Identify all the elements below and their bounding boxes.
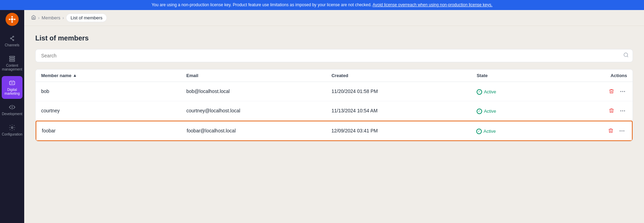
members-table: Member name ▲ Email Created State Action… [35, 69, 633, 141]
col-email: Email [186, 73, 332, 78]
table-row: bob bob@localhost.local 11/20/2024 01:58… [36, 82, 633, 101]
state-cell: Active [476, 128, 585, 134]
svg-point-17 [624, 53, 628, 57]
search-input[interactable] [35, 49, 633, 62]
col-member-name[interactable]: Member name ▲ [41, 73, 186, 78]
svg-point-7 [13, 39, 14, 40]
search-icon [623, 52, 629, 59]
more-options-button[interactable]: ⋯ [618, 126, 626, 136]
banner-link[interactable]: Avoid license overreach when using non-p… [372, 2, 493, 7]
trash-icon [609, 108, 614, 113]
sidebar-item-content-label: Content management [2, 64, 22, 71]
svg-line-8 [11, 37, 12, 38]
state-cell: Active [477, 108, 586, 114]
svg-point-6 [13, 36, 14, 37]
sidebar-item-channels[interactable]: Channels [2, 31, 22, 50]
table-header: Member name ▲ Email Created State Action… [36, 69, 633, 82]
search-container [35, 49, 633, 62]
sidebar-item-marketing-label: Digital marketing [4, 88, 20, 95]
col-member-name-label: Member name [41, 73, 71, 78]
app-logo[interactable] [6, 13, 19, 26]
svg-point-1 [9, 19, 10, 20]
col-created: Created [331, 73, 477, 78]
status-label: Active [484, 89, 496, 94]
state-cell: Active [477, 88, 586, 95]
banner-text: You are using a non-production license k… [151, 2, 371, 7]
active-icon [477, 89, 482, 95]
sidebar-item-digital-marketing[interactable]: Digital marketing [2, 76, 22, 99]
logo-icon [8, 16, 16, 23]
email-cell: foobar@localhost.local [187, 128, 332, 133]
page-title: List of members [35, 34, 633, 42]
svg-rect-10 [10, 56, 15, 57]
email-cell: bob@localhost.local [186, 89, 332, 94]
created-cell: 12/09/2024 03:41 PM [331, 128, 476, 133]
status-badge: Active [476, 129, 496, 134]
breadcrumb-current: List of members [66, 13, 107, 22]
svg-point-2 [14, 19, 16, 20]
more-options-button[interactable]: ⋯ [618, 87, 627, 96]
breadcrumb-sep-2: › [63, 15, 64, 20]
sidebar: Channels Content management Digital mark… [0, 10, 24, 223]
col-email-label: Email [186, 73, 199, 78]
breadcrumb-sep-1: › [38, 15, 39, 20]
sidebar-item-configuration-label: Configuration [2, 132, 22, 136]
breadcrumb-home[interactable] [31, 15, 36, 21]
svg-point-0 [11, 18, 13, 20]
sidebar-item-development-label: Development [2, 112, 22, 116]
svg-rect-11 [10, 58, 15, 59]
col-created-label: Created [331, 73, 348, 78]
table-row: courtney courtney@localhost.local 11/13/… [36, 101, 633, 121]
content-icon [9, 55, 16, 62]
sidebar-item-development[interactable]: Development [2, 100, 22, 119]
member-name-cell: courtney [41, 108, 186, 113]
svg-rect-12 [10, 60, 15, 61]
status-label: Active [484, 129, 496, 134]
created-cell: 11/13/2024 10:54 AM [331, 108, 477, 113]
channels-icon [9, 35, 16, 42]
delete-button[interactable] [607, 127, 615, 135]
sidebar-item-configuration[interactable]: Configuration [2, 121, 22, 140]
member-name-cell: foobar [42, 128, 187, 133]
col-actions: Actions [586, 73, 627, 78]
member-name-cell: bob [41, 89, 186, 94]
actions-cell: ⋯ [586, 106, 627, 115]
config-icon [9, 124, 16, 131]
status-label: Active [484, 109, 496, 114]
main-content: › Members › List of members List of memb… [24, 10, 644, 223]
svg-point-4 [11, 21, 13, 23]
actions-cell: ⋯ [585, 126, 626, 136]
active-icon [476, 129, 482, 134]
dev-icon [9, 104, 16, 111]
delete-button[interactable] [607, 87, 616, 95]
table-row: foobar foobar@localhost.local 12/09/2024… [36, 121, 633, 141]
email-cell: courtney@localhost.local [186, 108, 332, 113]
sidebar-item-channels-label: Channels [5, 43, 19, 47]
actions-cell: ⋯ [586, 87, 627, 96]
status-badge: Active [477, 109, 496, 114]
status-badge: Active [477, 89, 496, 95]
col-state-label: State [477, 73, 488, 78]
svg-point-5 [10, 38, 11, 39]
created-cell: 11/20/2024 01:58 PM [331, 89, 477, 94]
trash-icon [608, 128, 614, 133]
active-icon [477, 109, 482, 114]
svg-point-3 [11, 16, 13, 18]
col-state: State [477, 73, 586, 78]
svg-point-16 [11, 127, 13, 128]
sidebar-item-content-management[interactable]: Content management [2, 52, 22, 75]
more-options-button[interactable]: ⋯ [618, 106, 627, 115]
license-banner: You are using a non-production license k… [0, 0, 644, 10]
svg-line-9 [11, 39, 12, 40]
page-content: List of members Member name ▲ [24, 26, 644, 223]
delete-button[interactable] [607, 106, 616, 115]
svg-line-18 [627, 56, 628, 57]
col-actions-label: Actions [610, 73, 627, 78]
sort-arrow-icon: ▲ [73, 73, 77, 78]
marketing-icon [9, 80, 16, 86]
breadcrumb-members[interactable]: Members [42, 15, 60, 20]
trash-icon [609, 89, 614, 94]
breadcrumb: › Members › List of members [24, 10, 644, 26]
